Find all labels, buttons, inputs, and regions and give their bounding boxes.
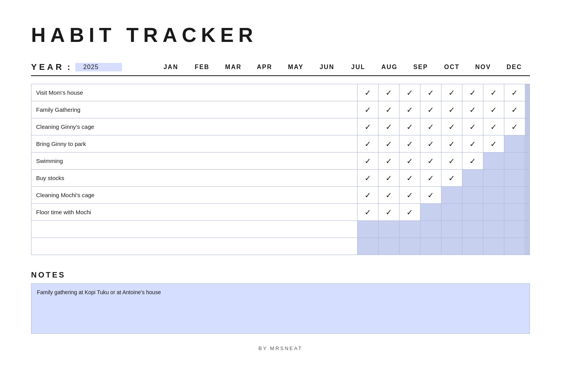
check-cell-2-2[interactable]: ✓ [399,118,420,135]
check-cell-0-5[interactable]: ✓ [462,84,483,101]
empty-cell-8-0[interactable] [358,221,379,238]
check-cell-1-3[interactable]: ✓ [420,101,441,118]
check-cell-0-6[interactable]: ✓ [483,84,504,101]
empty-cell-8-11[interactable] [529,221,530,238]
empty-cell-0-11[interactable] [529,84,530,101]
check-cell-5-0[interactable]: ✓ [358,170,379,187]
check-cell-0-0[interactable]: ✓ [358,84,379,101]
empty-cell-8-2[interactable] [399,221,420,238]
check-cell-1-0[interactable]: ✓ [358,101,379,118]
empty-cell-7-4[interactable] [441,204,462,221]
empty-cell-1-11[interactable] [529,101,530,118]
check-cell-2-3[interactable]: ✓ [420,118,441,135]
empty-cell-8-1[interactable] [379,221,399,238]
check-cell-3-5[interactable]: ✓ [462,135,483,153]
empty-cell-8-6[interactable] [483,221,504,238]
empty-cell-7-6[interactable] [483,204,504,221]
empty-cell-6-5[interactable] [462,187,483,204]
habit-name-6[interactable]: Cleaning Mochi's cage [31,187,358,204]
check-cell-3-0[interactable]: ✓ [358,135,379,153]
empty-cell-7-11[interactable] [529,204,530,221]
habit-name-3[interactable]: Bring Ginny to park [31,135,358,153]
check-cell-2-7[interactable]: ✓ [504,118,525,135]
empty-cell-9-1[interactable] [379,238,399,255]
empty-cell-6-6[interactable] [483,187,504,204]
empty-cell-5-7[interactable] [504,170,525,187]
check-cell-1-7[interactable]: ✓ [504,101,525,118]
check-cell-0-4[interactable]: ✓ [441,84,462,101]
check-cell-7-0[interactable]: ✓ [358,204,379,221]
habit-name-2[interactable]: Cleaning Ginny's cage [31,118,358,135]
habit-name-4[interactable]: Swimming [31,153,358,170]
check-cell-3-6[interactable]: ✓ [483,135,504,153]
empty-cell-8-4[interactable] [441,221,462,238]
empty-cell-9-2[interactable] [399,238,420,255]
empty-cell-4-7[interactable] [504,153,525,170]
empty-cell-4-11[interactable] [529,153,530,170]
check-cell-3-3[interactable]: ✓ [420,135,441,153]
habit-name-1[interactable]: Family Gathering [31,101,358,118]
empty-cell-5-6[interactable] [483,170,504,187]
check-cell-1-1[interactable]: ✓ [379,101,399,118]
empty-cell-2-11[interactable] [529,118,530,135]
empty-cell-9-7[interactable] [504,238,525,255]
check-cell-2-0[interactable]: ✓ [358,118,379,135]
check-cell-5-3[interactable]: ✓ [420,170,441,187]
check-cell-1-6[interactable]: ✓ [483,101,504,118]
check-cell-0-2[interactable]: ✓ [399,84,420,101]
check-cell-2-6[interactable]: ✓ [483,118,504,135]
check-cell-4-4[interactable]: ✓ [441,153,462,170]
habit-name-7[interactable]: Floor time with Mochi [31,204,358,221]
empty-cell-7-3[interactable] [420,204,441,221]
check-cell-6-0[interactable]: ✓ [358,187,379,204]
check-cell-4-1[interactable]: ✓ [379,153,399,170]
check-cell-4-5[interactable]: ✓ [462,153,483,170]
empty-cell-3-11[interactable] [529,135,530,153]
empty-cell-7-7[interactable] [504,204,525,221]
empty-cell-5-11[interactable] [529,170,530,187]
empty-cell-9-11[interactable] [529,238,530,255]
year-value[interactable]: 2025 [75,63,122,71]
empty-cell-9-6[interactable] [483,238,504,255]
empty-cell-8-5[interactable] [462,221,483,238]
check-cell-0-3[interactable]: ✓ [420,84,441,101]
habit-name-0[interactable]: Visit Mom's house [31,84,358,101]
check-cell-7-2[interactable]: ✓ [399,204,420,221]
check-cell-5-1[interactable]: ✓ [379,170,399,187]
habit-name-9[interactable] [31,238,358,255]
empty-cell-6-7[interactable] [504,187,525,204]
check-cell-2-5[interactable]: ✓ [462,118,483,135]
empty-cell-9-0[interactable] [358,238,379,255]
check-cell-4-2[interactable]: ✓ [399,153,420,170]
check-cell-4-3[interactable]: ✓ [420,153,441,170]
check-cell-2-1[interactable]: ✓ [379,118,399,135]
check-cell-0-1[interactable]: ✓ [379,84,399,101]
check-cell-7-1[interactable]: ✓ [379,204,399,221]
check-cell-1-5[interactable]: ✓ [462,101,483,118]
empty-cell-9-5[interactable] [462,238,483,255]
check-cell-1-4[interactable]: ✓ [441,101,462,118]
empty-cell-6-4[interactable] [441,187,462,204]
empty-cell-7-5[interactable] [462,204,483,221]
check-cell-6-3[interactable]: ✓ [420,187,441,204]
empty-cell-8-3[interactable] [420,221,441,238]
empty-cell-9-3[interactable] [420,238,441,255]
habit-name-5[interactable]: Buy stocks [31,170,358,187]
check-cell-3-2[interactable]: ✓ [399,135,420,153]
empty-cell-6-11[interactable] [529,187,530,204]
check-cell-6-1[interactable]: ✓ [379,187,399,204]
empty-cell-9-4[interactable] [441,238,462,255]
check-cell-0-7[interactable]: ✓ [504,84,525,101]
check-cell-6-2[interactable]: ✓ [399,187,420,204]
check-cell-2-4[interactable]: ✓ [441,118,462,135]
empty-cell-8-7[interactable] [504,221,525,238]
empty-cell-3-7[interactable] [504,135,525,153]
notes-box[interactable]: Family gathering at Kopi Tuku or at Anto… [31,283,530,334]
habit-name-8[interactable] [31,221,358,238]
empty-cell-4-6[interactable] [483,153,504,170]
check-cell-4-0[interactable]: ✓ [358,153,379,170]
check-cell-5-4[interactable]: ✓ [441,170,462,187]
check-cell-1-2[interactable]: ✓ [399,101,420,118]
empty-cell-5-5[interactable] [462,170,483,187]
check-cell-3-4[interactable]: ✓ [441,135,462,153]
